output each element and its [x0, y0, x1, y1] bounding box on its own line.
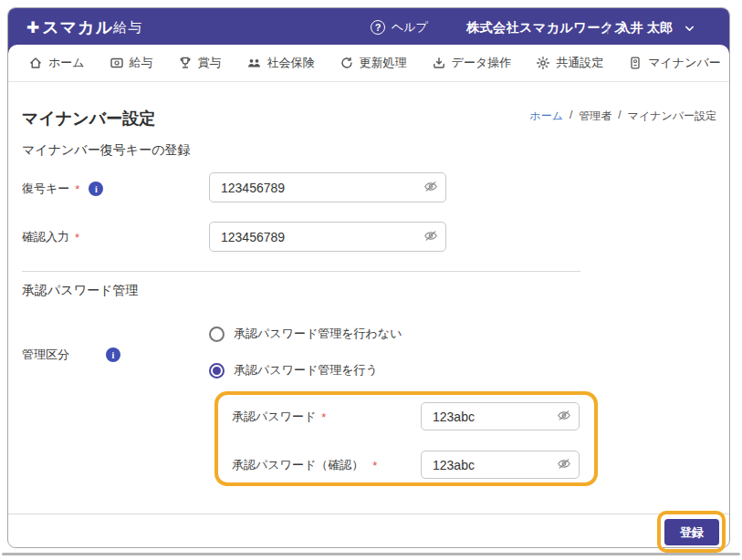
decryption-key-field-wrap	[209, 172, 446, 202]
common-settings-icon	[536, 56, 550, 70]
nav-item-common-settings[interactable]: 共通設定	[536, 55, 603, 71]
radio-label: 承認パスワード管理を行わない	[234, 326, 402, 342]
breadcrumb: ホーム / 管理者 / マイナンバー設定	[529, 109, 716, 124]
my-number-icon	[628, 56, 643, 70]
nav-item-update[interactable]: 更新処理	[340, 55, 407, 71]
confirm-key-input[interactable]	[209, 222, 446, 252]
logo-product-text: 給与	[113, 19, 142, 36]
radio-selected-icon	[209, 363, 225, 379]
logo-brand-text: スマカル	[42, 16, 113, 38]
field-label-text: 確認入力	[22, 229, 69, 245]
user-name: 入井 太郎	[618, 20, 673, 36]
breadcrumb-home-link[interactable]: ホーム	[529, 109, 563, 124]
toggle-visibility-button[interactable]	[423, 179, 438, 196]
breadcrumb-separator: /	[570, 109, 572, 124]
nav-label: データ操作	[452, 55, 512, 71]
help-label: ヘルプ	[392, 19, 428, 36]
update-icon	[340, 56, 354, 70]
app-logo[interactable]: ✚ スマカル 給与	[26, 16, 142, 38]
toggle-visibility-button[interactable]	[557, 408, 571, 425]
user-menu[interactable]: 入井 太郎	[618, 20, 695, 36]
help-menu[interactable]: ? ヘルプ	[371, 19, 428, 36]
breadcrumb-current: マイナンバー設定	[628, 109, 716, 124]
submit-button[interactable]: 登録	[664, 519, 719, 545]
section-divider	[22, 271, 580, 272]
section-title-decryption-key: マイナンバー復号キーの登録	[22, 142, 190, 159]
field-label-text: 管理区分	[22, 347, 69, 363]
approval-password-label: 承認パスワード *	[232, 409, 326, 425]
page-title: マイナンバー設定	[22, 108, 155, 130]
nav-item-my-number[interactable]: マイナンバー	[628, 55, 721, 71]
toggle-visibility-button[interactable]	[423, 228, 438, 245]
nav-label: 給与	[130, 55, 153, 71]
payroll-icon	[110, 56, 124, 70]
home-icon	[28, 56, 43, 70]
nav-item-social-insurance[interactable]: 社会保険	[246, 55, 315, 71]
approval-password-input[interactable]	[421, 402, 580, 430]
header-divider: ｜	[601, 19, 614, 36]
required-asterisk: *	[372, 459, 377, 472]
nav-item-home[interactable]: ホーム	[28, 55, 85, 71]
nav-label: 共通設定	[556, 55, 603, 71]
field-label-text: 復号キー	[22, 181, 69, 197]
info-icon[interactable]: i	[106, 347, 120, 362]
field-label-text: 承認パスワード（確認）	[232, 457, 363, 473]
nav-item-data-operation[interactable]: データ操作	[432, 55, 512, 71]
section-title-approval-password: 承認パスワード管理	[22, 283, 138, 299]
breadcrumb-parent: 管理者	[579, 109, 611, 124]
eye-off-icon	[423, 179, 438, 196]
field-label-text: 承認パスワード	[232, 409, 316, 425]
bonus-icon	[178, 56, 193, 70]
radio-option-no-management[interactable]: 承認パスワード管理を行わない	[209, 326, 402, 342]
radio-icon	[209, 327, 225, 342]
nav-item-payroll[interactable]: 給与	[110, 55, 153, 71]
eye-off-icon	[557, 408, 571, 425]
confirm-key-label: 確認入力 *	[22, 229, 79, 245]
data-operation-icon	[432, 56, 446, 70]
required-asterisk: *	[321, 410, 326, 424]
decryption-key-label: 復号キー * i	[22, 181, 103, 197]
confirm-key-field-wrap	[209, 222, 446, 252]
approval-password-confirm-input[interactable]	[421, 451, 580, 479]
radio-option-do-management[interactable]: 承認パスワード管理を行う	[209, 362, 378, 379]
footer-divider	[8, 513, 729, 514]
info-icon[interactable]: i	[89, 181, 103, 196]
category-label: 管理区分 i	[22, 347, 120, 363]
approval-password-confirm-label: 承認パスワード（確認） *	[232, 457, 377, 473]
app-window: ✚ スマカル 給与 ? ヘルプ 株式会社スマカルワークス ｜ 入井 太郎 ホーム…	[7, 7, 730, 548]
approval-password-field-wrap	[421, 402, 580, 430]
window-bottom-shadow	[2, 553, 740, 555]
nav-label: 社会保険	[267, 55, 315, 71]
required-asterisk: *	[75, 182, 79, 196]
nav-label: 更新処理	[360, 55, 407, 71]
eye-off-icon	[557, 456, 571, 473]
main-nav: ホーム 給与 賞与 社会保険 更新処理 データ操作 共通設定 マイナンバー	[8, 45, 729, 82]
required-asterisk: *	[75, 231, 79, 244]
nav-label: ホーム	[48, 55, 85, 71]
radio-label: 承認パスワード管理を行う	[234, 362, 378, 379]
approval-password-confirm-field-wrap	[421, 451, 580, 479]
breadcrumb-separator: /	[618, 109, 621, 124]
nav-item-bonus[interactable]: 賞与	[178, 55, 222, 71]
decryption-key-input[interactable]	[209, 172, 446, 202]
plus-icon: ✚	[26, 18, 39, 37]
toggle-visibility-button[interactable]	[557, 456, 571, 473]
help-icon: ?	[371, 20, 385, 35]
social-insurance-icon	[246, 56, 262, 70]
eye-off-icon	[423, 228, 438, 245]
nav-label: マイナンバー	[648, 55, 721, 71]
chevron-down-icon	[684, 23, 695, 35]
nav-label: 賞与	[198, 55, 222, 71]
